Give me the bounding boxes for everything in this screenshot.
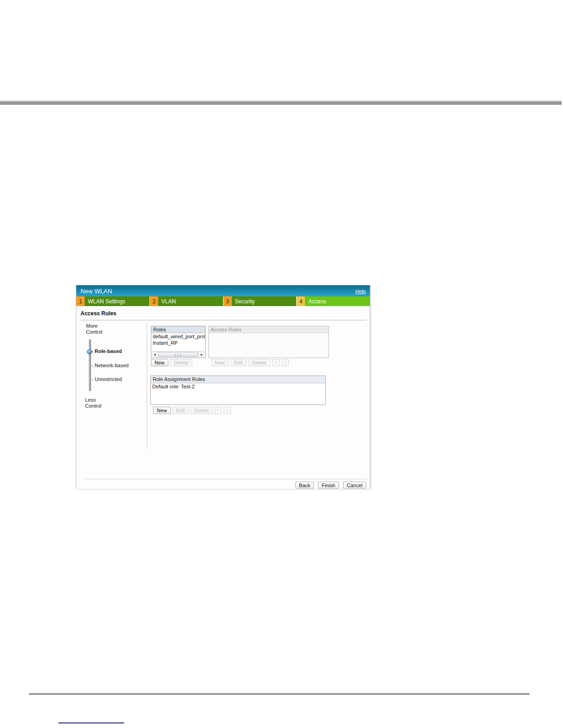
access-rules-edit-button[interactable]: Edit xyxy=(230,359,247,366)
tab-label: VLAN xyxy=(158,296,176,306)
tab-number-badge: 4 xyxy=(297,296,305,306)
role-assignment-rule-item[interactable]: Default role: Test-2 xyxy=(151,383,325,390)
role-assignment-new-button[interactable]: New xyxy=(153,407,171,414)
role-assignment-panel: Role Assignment Rules Default role: Test… xyxy=(150,375,326,405)
finish-button[interactable]: Finish xyxy=(318,482,339,489)
access-rules-delete-button[interactable]: Delete xyxy=(248,359,270,366)
option-network-based[interactable]: - Network-based xyxy=(92,363,129,368)
section-title-rule xyxy=(80,320,367,320)
role-assignment-button-row: New Edit Delete ↑ ↓ xyxy=(153,407,231,414)
control-slider-track[interactable] xyxy=(89,339,91,391)
access-rules-panel: Access Rules xyxy=(208,326,329,358)
scroll-left-icon[interactable]: ◄ xyxy=(152,352,158,357)
role-list-item[interactable]: Instant_RP xyxy=(151,340,205,346)
move-up-icon[interactable]: ↑ xyxy=(214,407,222,414)
tab-vlan[interactable]: 2 VLAN xyxy=(150,296,223,306)
roles-button-row: New Delete xyxy=(151,359,192,366)
option-unrestricted[interactable]: - Unrestricted xyxy=(92,376,122,382)
role-list-item[interactable]: default_wired_port_profile xyxy=(151,333,205,340)
footer-link-underline[interactable] xyxy=(58,722,124,723)
access-rules-new-button[interactable]: New xyxy=(211,359,229,366)
tab-label: Security xyxy=(232,296,255,306)
scroll-right-icon[interactable]: ► xyxy=(199,352,205,357)
cancel-button[interactable]: Cancel xyxy=(343,482,366,489)
option-role-based[interactable]: - Role-based xyxy=(92,348,122,354)
section-title: Access Rules xyxy=(80,310,116,317)
move-up-icon[interactable]: ↑ xyxy=(272,359,280,366)
back-button[interactable]: Back xyxy=(295,482,314,489)
role-assignment-delete-button[interactable]: Delete xyxy=(190,407,213,414)
tab-access[interactable]: 4 Access xyxy=(297,296,370,306)
less-control-label: Less Control xyxy=(85,397,101,409)
tab-label: WLAN Settings xyxy=(85,296,125,306)
roles-panel: Roles default_wired_port_profile Instant… xyxy=(151,326,206,358)
footer-button-row: Back Finish Cancel xyxy=(295,482,366,489)
role-assignment-edit-button[interactable]: Edit xyxy=(172,407,189,414)
footer-divider xyxy=(85,479,367,479)
page-bottom-rule xyxy=(29,693,529,695)
move-down-icon[interactable]: ↓ xyxy=(282,359,289,366)
roles-delete-button[interactable]: Delete xyxy=(170,359,192,366)
roles-panel-header: Roles xyxy=(151,326,205,333)
access-rules-button-row: New Edit Delete ↑ ↓ xyxy=(211,359,289,366)
page-top-rule xyxy=(0,101,562,105)
wizard-tabs: 1 WLAN Settings 2 VLAN 3 Security 4 Acce… xyxy=(76,296,370,306)
tab-wlan-settings[interactable]: 1 WLAN Settings xyxy=(76,296,149,306)
roles-new-button[interactable]: New xyxy=(151,359,168,366)
dialog-body: Access Rules More Control - Role-based -… xyxy=(76,306,370,489)
sidebar-divider xyxy=(147,322,147,449)
tab-number-badge: 2 xyxy=(150,296,158,306)
new-wlan-dialog: New WLAN Help 1 WLAN Settings 2 VLAN 3 S… xyxy=(76,285,370,489)
dialog-title: New WLAN xyxy=(80,288,112,295)
dialog-title-bar: New WLAN Help xyxy=(76,285,370,296)
more-control-label: More Control xyxy=(86,323,102,335)
tab-security[interactable]: 3 Security xyxy=(224,296,297,306)
tab-number-badge: 3 xyxy=(224,296,232,306)
tab-label: Access xyxy=(305,296,326,306)
role-assignment-panel-header: Role Assignment Rules xyxy=(151,376,325,383)
help-link[interactable]: Help xyxy=(355,289,366,294)
tab-number-badge: 1 xyxy=(76,296,85,306)
access-rules-panel-header: Access Rules xyxy=(209,326,328,333)
roles-horizontal-scrollbar: ◄ | | | ► xyxy=(152,351,205,357)
move-down-icon[interactable]: ↓ xyxy=(224,407,231,414)
scrollbar-thumb[interactable]: | | | xyxy=(158,352,198,357)
